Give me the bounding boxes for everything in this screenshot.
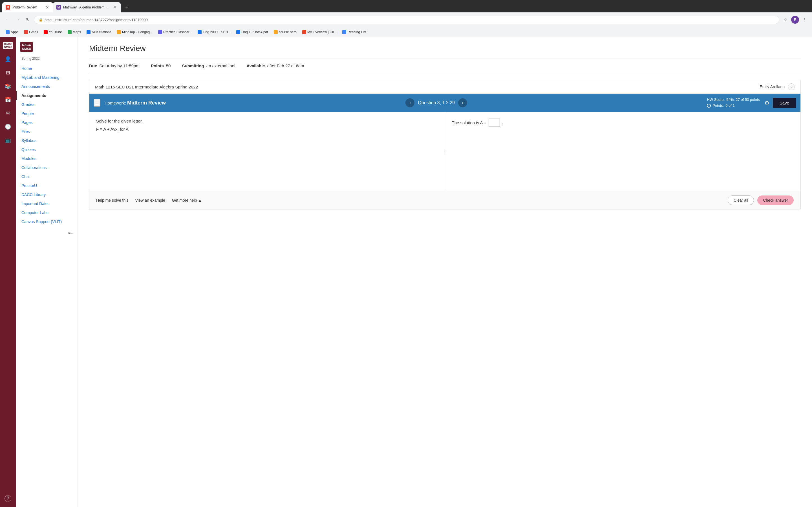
action-buttons-group: Clear all Check answer <box>728 195 794 205</box>
sidebar-link-mylab[interactable]: MyLab and Mastering <box>16 73 78 82</box>
bookmark-mindtap[interactable]: MindTap - Cengag... <box>115 29 155 35</box>
history-icon: 🕐 <box>5 124 11 130</box>
refresh-button[interactable]: ↻ <box>24 16 32 24</box>
rail-logo[interactable]: DACCNMSU <box>2 40 14 52</box>
sidebar-item-collaborations[interactable]: Collaborations <box>16 163 78 172</box>
sidebar-item-chat[interactable]: Chat <box>16 172 78 181</box>
bookmark-maps[interactable]: Maps <box>65 29 83 35</box>
save-button[interactable]: Save <box>773 98 796 108</box>
sidebar-link-people[interactable]: People <box>16 109 78 118</box>
sidebar-item-important-dates[interactable]: Important Dates <box>16 199 78 208</box>
bookmark-button[interactable]: ☆ <box>781 16 790 24</box>
sidebar-logo-area: DACC NMSU <box>16 40 78 57</box>
forward-button[interactable]: → <box>13 16 21 24</box>
prev-question-button[interactable]: ‹ <box>405 98 414 107</box>
bookmark-favicon-ling106 <box>236 30 240 34</box>
tab-close-2[interactable]: ✕ <box>113 4 117 10</box>
embed-help-button[interactable]: ? <box>788 83 795 90</box>
sidebar-link-canvas-support[interactable]: Canvas Support (VLIT) <box>16 217 78 226</box>
sidebar-item-syllabus[interactable]: Syllabus <box>16 136 78 145</box>
sidebar-item-assignments[interactable]: Assignments <box>16 91 78 100</box>
get-more-help-button[interactable]: Get more help ▲ <box>172 198 202 203</box>
sidebar-link-files[interactable]: Files <box>16 127 78 136</box>
bookmark-label-gmail: Gmail <box>29 30 38 34</box>
bookmark-label-maps: Maps <box>73 30 81 34</box>
question-area: Solve for the given letter. F = A + Avx,… <box>89 112 801 191</box>
address-bar[interactable]: 🔒 nmsu.instructure.com/courses/1437272/a… <box>34 16 779 24</box>
sidebar-link-collaborations[interactable]: Collaborations <box>16 163 78 172</box>
sidebar-collapse-button[interactable]: ⇤ <box>16 226 78 240</box>
sidebar-link-computer-labs[interactable]: Computer Labs <box>16 208 78 217</box>
toolbar-gear-button[interactable]: ⚙ <box>764 100 769 106</box>
conference-icon: 📺 <box>5 137 11 144</box>
points-score-row: Points: 0 of 1 <box>707 103 760 109</box>
sidebar-link-grades[interactable]: Grades <box>16 100 78 109</box>
sidebar-item-computer-labs[interactable]: Computer Labs <box>16 208 78 217</box>
bookmark-myoverview[interactable]: My Overview | Ch... <box>300 29 339 35</box>
clear-all-button[interactable]: Clear all <box>728 195 754 205</box>
bookmark-favicon-apa <box>87 30 91 34</box>
help-icon: ? <box>4 495 11 502</box>
rail-inbox[interactable]: ✉ <box>2 107 14 119</box>
submitting-value: an external tool <box>206 63 236 68</box>
sidebar-link-pages[interactable]: Pages <box>16 118 78 127</box>
main-content: Midterm Review Due Saturday by 11:59pm P… <box>78 37 812 507</box>
sidebar-item-modules[interactable]: Modules <box>16 154 78 163</box>
bookmark-apa[interactable]: APA citations <box>84 29 114 35</box>
back-button[interactable]: ← <box>3 16 11 24</box>
sidebar-link-important-dates[interactable]: Important Dates <box>16 199 78 208</box>
toolbar-menu-button[interactable]: ☰ <box>94 99 100 107</box>
view-example-button[interactable]: View an example <box>135 198 165 203</box>
rail-conference[interactable]: 📺 <box>2 134 14 147</box>
sidebar-item-dacc-library[interactable]: DACC Library <box>16 190 78 199</box>
rail-dashboard[interactable]: ⊞ <box>2 66 14 79</box>
sidebar-item-mylab[interactable]: MyLab and Mastering <box>16 73 78 82</box>
tab-midterm-review[interactable]: M Midterm Review ✕ <box>2 2 53 12</box>
menu-button[interactable]: ⋮ <box>801 16 809 24</box>
sidebar-link-modules[interactable]: Modules <box>16 154 78 163</box>
bookmark-flashcards[interactable]: Practice Flashcar... <box>156 29 194 35</box>
bookmark-label-apa: APA citations <box>92 30 111 34</box>
rail-courses[interactable]: 📚 <box>2 80 14 93</box>
bookmark-gmail[interactable]: Gmail <box>22 29 40 35</box>
drag-handle[interactable]: ⋮ <box>442 148 448 154</box>
answer-input[interactable] <box>489 119 500 126</box>
rail-calendar[interactable]: 📅 <box>2 94 14 106</box>
rail-help[interactable]: ? <box>2 492 14 505</box>
bookmark-ling106[interactable]: Ling 106 hw 4.pdf <box>234 29 270 35</box>
bookmark-ling2000[interactable]: Ling 2000 Fall19... <box>195 29 233 35</box>
rail-history[interactable]: 🕐 <box>2 121 14 133</box>
help-me-solve-button[interactable]: Help me solve this <box>96 198 128 203</box>
sidebar-link-quizzes[interactable]: Quizzes <box>16 145 78 154</box>
sidebar-link-dacc-library[interactable]: DACC Library <box>16 190 78 199</box>
sidebar-link-chat[interactable]: Chat <box>16 172 78 181</box>
sidebar-link-assignments[interactable]: Assignments <box>16 91 78 100</box>
sidebar-item-people[interactable]: People <box>16 109 78 118</box>
sidebar-item-home[interactable]: Home <box>16 64 78 73</box>
sidebar-item-files[interactable]: Files <box>16 127 78 136</box>
tab-mathway[interactable]: M Mathway | Algebra Problem So... ✕ <box>53 2 121 12</box>
sidebar-item-grades[interactable]: Grades <box>16 100 78 109</box>
bookmark-label-mindtap: MindTap - Cengag... <box>122 30 153 34</box>
tab-close-1[interactable]: ✕ <box>45 4 50 10</box>
sidebar-link-syllabus[interactable]: Syllabus <box>16 136 78 145</box>
bookmark-apps[interactable]: Apps <box>3 29 20 35</box>
sidebar-link-home[interactable]: Home <box>16 64 78 73</box>
sidebar-item-quizzes[interactable]: Quizzes <box>16 145 78 154</box>
new-tab-button[interactable]: + <box>123 3 131 11</box>
sidebar-item-proctoru[interactable]: ProctorU <box>16 181 78 190</box>
sidebar-link-proctoru[interactable]: ProctorU <box>16 181 78 190</box>
bookmark-coursehero[interactable]: course hero <box>271 29 299 35</box>
profile-button[interactable]: E <box>791 16 799 24</box>
bookmark-youtube[interactable]: YouTube <box>42 29 64 35</box>
sidebar-item-canvas-support[interactable]: Canvas Support (VLIT) <box>16 217 78 226</box>
check-answer-button[interactable]: Check answer <box>757 195 794 205</box>
rail-account[interactable]: 👤 <box>2 53 14 65</box>
next-question-button[interactable]: › <box>458 98 467 107</box>
sidebar-item-pages[interactable]: Pages <box>16 118 78 127</box>
submitting-label: Submitting <box>182 63 204 68</box>
bookmark-readinglist[interactable]: Reading List <box>340 29 368 35</box>
sidebar-link-announcements[interactable]: Announcements <box>16 82 78 91</box>
sidebar-item-announcements[interactable]: Announcements <box>16 82 78 91</box>
tab-label-2: Mathway | Algebra Problem So... <box>63 5 110 9</box>
